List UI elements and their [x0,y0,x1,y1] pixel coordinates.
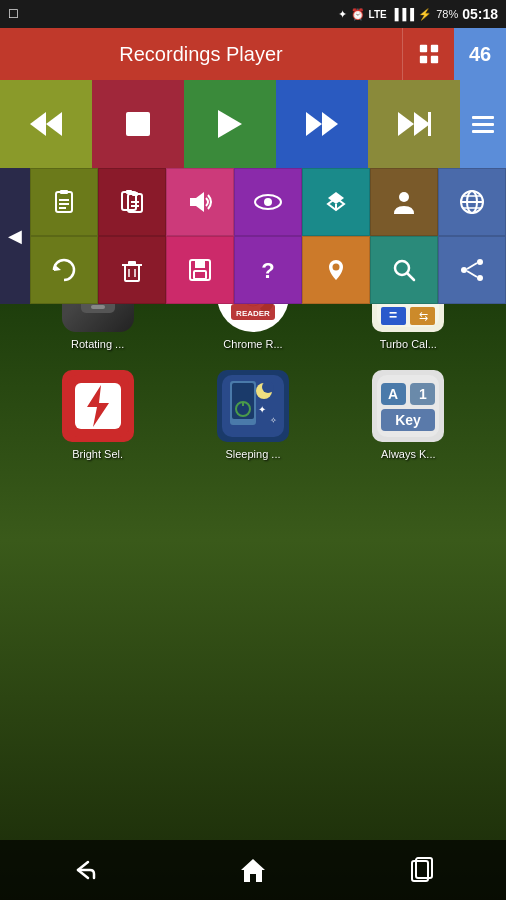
screen-icon: ☐ [8,7,19,21]
app-row-2: Bright Sel. ✦ ✧ [0,370,506,460]
svg-text:1: 1 [419,386,427,402]
svg-point-50 [477,259,483,265]
svg-marker-11 [414,112,430,136]
refresh-button[interactable] [30,236,98,304]
grid-toggle-button[interactable] [402,28,454,80]
svg-point-47 [333,264,340,271]
home-button[interactable] [223,850,283,890]
trash-button[interactable] [98,236,166,304]
svg-rect-57 [91,305,105,309]
svg-point-51 [477,275,483,281]
play-icon [212,106,248,142]
back-icon [70,856,98,884]
battery-icon: ⚡ [418,8,432,21]
status-left: ☐ [8,7,19,21]
svg-text:✦: ✦ [258,404,266,415]
grid-prev-button[interactable]: ◀ [0,168,30,304]
svg-marker-5 [46,112,62,136]
svg-marker-7 [218,110,242,138]
pin-button[interactable] [302,236,370,304]
player-controls [0,80,506,168]
rewind-icon [28,106,64,142]
svg-rect-21 [132,192,138,196]
save-icon [186,256,214,284]
skip-icon [304,106,340,142]
recent-icon [408,856,436,884]
question-button[interactable]: ? [234,236,302,304]
skip-button[interactable] [276,80,368,168]
svg-rect-0 [419,45,426,52]
svg-point-52 [461,267,467,273]
grid-row-1 [30,168,506,236]
svg-rect-12 [428,112,431,136]
eye-button[interactable] [234,168,302,236]
fast-forward-icon [396,106,432,142]
app-sleeping[interactable]: ✦ ✧ Sleeping ... [208,370,298,460]
grid-main: ? [30,168,506,304]
svg-marker-24 [190,192,204,212]
svg-marker-37 [54,264,61,271]
always-key-icon: A 1 Key [375,373,441,439]
app-chrome-reader-label: Chrome R... [223,338,282,350]
svg-rect-38 [125,265,139,281]
svg-marker-10 [398,112,414,136]
hamburger-icon [472,116,494,133]
icon-grid: ◀ [0,168,506,304]
fast-forward-button[interactable] [368,80,460,168]
app-always-key-label: Always K... [381,448,435,460]
home-icon [239,856,267,884]
volume-icon [186,188,214,216]
app-always-key[interactable]: A 1 Key Always K... [363,370,453,460]
app-turbo-calc-label: Turbo Cal... [380,338,437,350]
bright-selector-icon [65,373,131,439]
svg-text:✧: ✧ [270,416,277,425]
count-badge[interactable]: 46 [454,28,506,80]
svg-line-49 [407,273,414,280]
clipboard2-button[interactable] [98,168,166,236]
svg-text:?: ? [261,258,274,283]
svg-rect-2 [419,56,426,63]
app-sleeping-label: Sleeping ... [225,448,280,460]
svg-text:=: = [389,307,397,323]
sleeping-icon: ✦ ✧ [220,373,286,439]
share-button[interactable] [438,236,506,304]
clipboard-button[interactable] [30,168,98,236]
status-right: ✦ ⏰ LTE ▐▐▐ ⚡ 78% 05:18 [338,6,498,22]
svg-marker-8 [306,112,322,136]
page-title: Recordings Player [0,43,402,66]
svg-marker-94 [241,859,265,882]
clipboard2-icon [118,188,146,216]
svg-text:⇆: ⇆ [419,310,428,322]
trash-icon [118,256,146,284]
recent-button[interactable] [392,850,452,890]
app-bright-selector[interactable]: Bright Sel. [53,370,143,460]
svg-text:Key: Key [395,412,421,428]
svg-rect-3 [430,56,437,63]
time-label: 05:18 [462,6,498,22]
eye-icon [253,188,283,216]
status-bar: ☐ ✦ ⏰ LTE ▐▐▐ ⚡ 78% 05:18 [0,0,506,28]
svg-line-54 [467,271,477,277]
svg-rect-45 [194,271,206,279]
search-button[interactable] [370,236,438,304]
svg-point-82 [262,381,274,393]
person-button[interactable] [370,168,438,236]
share-icon [458,256,486,284]
back-button[interactable] [54,850,114,890]
globe-button[interactable] [438,168,506,236]
svg-marker-4 [30,112,46,136]
pin-icon [322,256,350,284]
menu-button[interactable] [460,80,506,168]
play-button[interactable] [184,80,276,168]
stop-button[interactable] [92,80,184,168]
volume-button[interactable] [166,168,234,236]
svg-text:READER: READER [236,309,270,318]
app-rotating-label: Rotating ... [71,338,124,350]
bluetooth-icon: ✦ [338,8,347,21]
svg-point-26 [264,198,272,206]
dropbox-button[interactable] [302,168,370,236]
save-button[interactable] [166,236,234,304]
question-icon: ? [254,256,282,284]
clipboard-icon [50,188,78,216]
rewind-button[interactable] [0,80,92,168]
